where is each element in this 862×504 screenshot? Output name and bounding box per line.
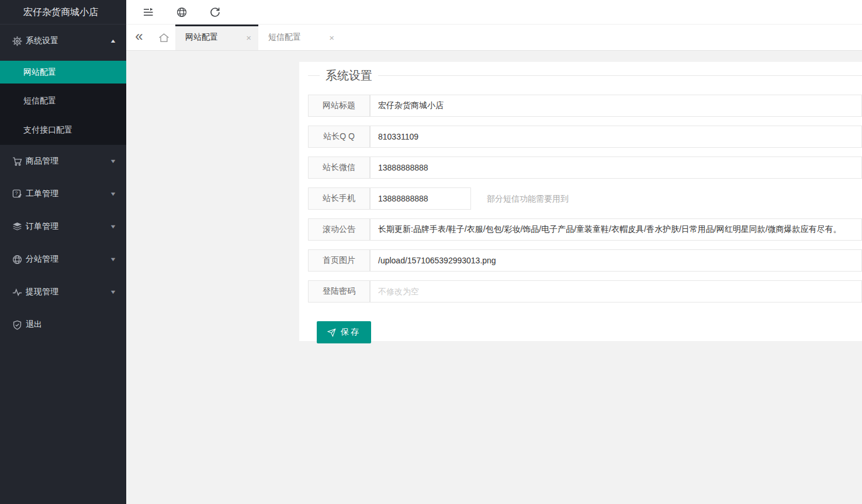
paper-plane-icon	[327, 328, 336, 337]
form-row-qq: 站长Q Q	[308, 126, 862, 148]
chevron-down-icon: ▼	[109, 289, 116, 295]
brand-title: 宏仔杂货商城小店	[0, 0, 126, 25]
page-title: 系统设置	[320, 68, 378, 84]
tab-sms-config[interactable]: 短信配置 ×	[258, 25, 341, 50]
gear-icon	[12, 36, 22, 46]
field-label: 站长Q Q	[308, 126, 370, 148]
phone-hint-text: 部分短信功能需要用到	[487, 187, 569, 210]
form-row-site-title: 网站标题	[308, 95, 862, 117]
submenu-item-label: 支付接口配置	[23, 125, 72, 135]
sidebar-item-logout[interactable]: 退出	[0, 308, 126, 341]
close-icon[interactable]: ×	[246, 33, 251, 42]
chevron-down-icon: ▼	[109, 256, 116, 262]
sidebar-item-orders[interactable]: 订单管理 ▼	[0, 210, 126, 243]
top-bar	[126, 0, 862, 25]
notice-input[interactable]	[370, 218, 862, 241]
phone-input[interactable]	[370, 187, 471, 210]
sidebar-item-substations[interactable]: 分站管理 ▼	[0, 243, 126, 276]
sidebar-item-sms-config[interactable]: 短信配置	[0, 86, 126, 116]
fieldset-divider: 系统设置	[308, 75, 862, 76]
field-label: 登陆密码	[308, 280, 370, 303]
field-label: 首页图片	[308, 249, 370, 272]
chevron-down-icon: ▼	[109, 158, 116, 164]
sidebar-item-label: 退出	[26, 319, 116, 330]
form-row-phone: 站长手机 部分短信功能需要用到	[308, 187, 862, 210]
tabs-collapse-button[interactable]: «	[126, 25, 152, 50]
sidebar-item-system-settings[interactable]: 系统设置 ▲	[0, 25, 126, 57]
sidebar-toggle-icon[interactable]	[143, 7, 154, 18]
cart-icon	[12, 157, 22, 166]
submenu-item-label: 网站配置	[23, 67, 56, 78]
sidebar-item-label: 商品管理	[26, 156, 110, 166]
refresh-icon[interactable]	[210, 7, 220, 18]
sidebar-item-site-config[interactable]: 网站配置	[0, 61, 126, 84]
sidebar-item-withdrawals[interactable]: 提现管理 ▼	[0, 276, 126, 308]
shield-check-icon	[12, 320, 22, 330]
settings-form: 网站标题 站长Q Q 站长微信 站长手机 部分短信功能需要用到 滚动公告	[299, 95, 862, 343]
tab-bar: « 网站配置 × 短信配置 ×	[126, 25, 862, 51]
form-row-password: 登陆密码	[308, 280, 862, 303]
sidebar: 宏仔杂货商城小店 系统设置 ▲ 网站配置 短信配置 支付接口配置	[0, 0, 126, 504]
close-icon[interactable]: ×	[329, 33, 334, 42]
layers-icon	[12, 222, 22, 232]
tab-site-config[interactable]: 网站配置 ×	[175, 25, 258, 50]
save-button-label: 保存	[341, 327, 361, 338]
field-label: 网站标题	[308, 95, 370, 117]
field-label: 站长微信	[308, 157, 370, 179]
home-tab[interactable]	[152, 25, 175, 50]
sidebar-item-label: 工单管理	[26, 189, 110, 199]
sidebar-item-label: 提现管理	[26, 287, 110, 297]
sidebar-item-label: 系统设置	[26, 36, 110, 46]
sidebar-item-goods[interactable]: 商品管理 ▼	[0, 145, 126, 178]
sidebar-item-label: 订单管理	[26, 221, 110, 232]
content-area: 系统设置 网站标题 站长Q Q 站长微信 站长手机 部分短信功能需要用到 滚动公…	[126, 51, 862, 504]
tab-label: 网站配置	[185, 32, 218, 43]
field-label: 滚动公告	[308, 218, 370, 241]
tab-label: 短信配置	[268, 32, 301, 43]
field-label: 站长手机	[308, 187, 370, 210]
site-globe-icon[interactable]	[176, 7, 187, 18]
site-title-input[interactable]	[370, 95, 862, 117]
chevron-down-icon: ▼	[109, 191, 116, 197]
globe-icon	[12, 255, 22, 265]
form-row-notice: 滚动公告	[308, 218, 862, 241]
sidebar-item-work-orders[interactable]: ? 工单管理 ▼	[0, 178, 126, 210]
home-icon	[158, 32, 170, 43]
submenu-item-label: 短信配置	[23, 96, 56, 106]
qq-input[interactable]	[370, 126, 862, 148]
chevron-up-icon: ▲	[109, 38, 116, 44]
system-settings-submenu: 网站配置 短信配置 支付接口配置	[0, 61, 126, 145]
home-image-input[interactable]	[370, 249, 862, 272]
ticket-question-icon: ?	[12, 189, 22, 199]
svg-text:?: ?	[15, 190, 18, 196]
wechat-input[interactable]	[370, 157, 862, 179]
save-button[interactable]: 保存	[317, 321, 371, 343]
form-row-wechat: 站长微信	[308, 157, 862, 179]
sidebar-item-payment-config[interactable]: 支付接口配置	[0, 116, 126, 145]
settings-card: 系统设置 网站标题 站长Q Q 站长微信 站长手机 部分短信功能需要用到 滚动公…	[299, 62, 862, 341]
sidebar-item-label: 分站管理	[26, 254, 110, 265]
form-row-home-image: 首页图片	[308, 249, 862, 272]
password-input[interactable]	[370, 280, 862, 303]
chevron-down-icon: ▼	[109, 224, 116, 230]
pulse-icon	[12, 287, 22, 297]
